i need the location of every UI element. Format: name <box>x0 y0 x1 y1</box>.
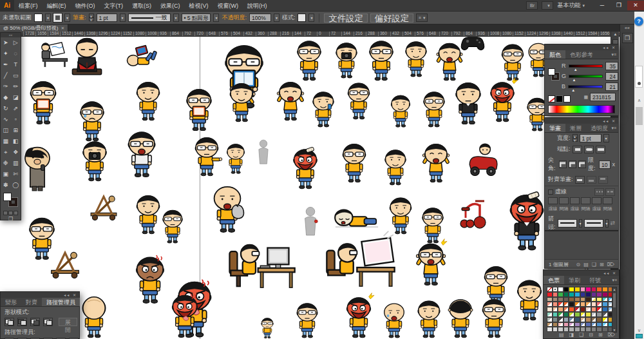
artwork-normal[interactable] <box>290 298 325 339</box>
black-swatch[interactable] <box>556 95 563 102</box>
document-tab[interactable]: @ 50% (RGB/疊印預視) ✕ <box>0 24 68 32</box>
blend-tool-icon[interactable]: ❖ <box>11 147 21 158</box>
swatch[interactable] <box>569 322 574 327</box>
swatches-panel-header[interactable]: ◂◂ ✕ <box>544 270 619 276</box>
swatch[interactable] <box>564 297 569 302</box>
pencil-tool-icon[interactable]: ✏ <box>11 81 21 92</box>
swatch[interactable] <box>585 292 591 297</box>
artwork-camera[interactable] <box>77 136 112 182</box>
tab-gradient[interactable]: 漸層 <box>565 124 586 132</box>
swatch[interactable] <box>569 312 574 317</box>
stroke-link[interactable]: 筆畫: <box>73 14 86 22</box>
swatch[interactable] <box>602 322 608 327</box>
swatch[interactable] <box>585 287 591 292</box>
style-swatch[interactable] <box>298 14 306 22</box>
gradient-tool-icon[interactable]: ◧ <box>11 136 21 147</box>
swatch[interactable] <box>553 312 558 317</box>
swatch[interactable] <box>591 312 597 317</box>
variable-width-profile[interactable]: 一致 <box>128 14 171 22</box>
fill-stroke-indicator[interactable] <box>1 191 21 210</box>
swatch[interactable] <box>569 297 574 302</box>
opacity-value[interactable]: 100% <box>249 14 271 22</box>
document-setup-button[interactable]: 文件設定 <box>324 14 367 23</box>
pen-tool-icon[interactable]: ✒ <box>1 59 11 70</box>
tab-color[interactable]: 顏色 <box>545 50 565 59</box>
swatch[interactable] <box>574 322 580 327</box>
artwork-wave[interactable] <box>224 78 259 123</box>
column-graph-tool-icon[interactable]: ▥ <box>11 158 21 169</box>
expand-panels-icon[interactable]: «« <box>620 24 634 30</box>
swatch[interactable] <box>602 292 608 297</box>
paintbrush-tool-icon[interactable]: ✑ <box>1 81 11 92</box>
pathfinder-panel-header[interactable]: ◂◂ ✕ <box>1 292 79 298</box>
swatch[interactable] <box>553 317 558 322</box>
swatch[interactable] <box>580 317 586 322</box>
artwork-angry-spark[interactable] <box>340 292 377 339</box>
artwork-normal[interactable] <box>337 139 371 184</box>
page-scroll-up-icon[interactable]: ᴧ <box>634 98 644 102</box>
artwork-read-book2[interactable] <box>24 75 62 126</box>
swatch[interactable] <box>596 312 602 317</box>
dash-field[interactable] <box>592 197 601 204</box>
swatch[interactable] <box>574 307 580 312</box>
swatch[interactable] <box>580 292 586 297</box>
artwork-normal[interactable] <box>158 206 187 244</box>
white-swatch[interactable] <box>564 95 571 102</box>
cap-round-button[interactable] <box>584 146 594 153</box>
new-swatch-icon[interactable]: ⊞ <box>598 332 603 338</box>
type-tool-icon[interactable]: T <box>11 59 21 70</box>
panel-menu-icon[interactable]: ▾≡ <box>611 126 616 131</box>
swatch[interactable] <box>547 302 553 307</box>
swatch-options-icon[interactable]: ❏ <box>579 332 583 338</box>
scroll-up-icon[interactable]: ▲ <box>612 287 616 291</box>
swatch[interactable] <box>558 292 564 297</box>
swatch[interactable] <box>596 317 602 322</box>
artwork-white-shirt[interactable] <box>121 126 162 179</box>
menu-文字[interactable]: 文字(T) <box>100 0 128 12</box>
brush-definition[interactable]: • 5 點圓形 <box>182 14 211 22</box>
menu-視窗[interactable]: 視窗(W) <box>213 0 243 12</box>
stroke-width-value[interactable]: 1 pt <box>97 14 117 22</box>
artboards-panel-icon[interactable]: ❒ <box>622 33 633 43</box>
profile-dropdown-icon[interactable]: ▾ <box>173 14 179 22</box>
artwork-bald-bag[interactable] <box>207 180 247 234</box>
canvas[interactable] <box>0 37 620 339</box>
swatch[interactable] <box>602 287 608 292</box>
swatch[interactable] <box>591 287 597 292</box>
tools-panel-grip[interactable]: «« <box>1 33 21 37</box>
menu-選取[interactable]: 選取(S) <box>128 0 156 12</box>
artwork-angry-bandage[interactable] <box>281 144 330 190</box>
artwork-noglasses[interactable] <box>380 145 411 186</box>
swatch[interactable] <box>564 322 569 327</box>
symbol-sprayer-tool-icon[interactable]: ❉ <box>1 158 11 169</box>
swatch[interactable] <box>585 317 591 322</box>
swatch[interactable] <box>596 297 602 302</box>
swatch[interactable] <box>569 287 574 292</box>
swatch[interactable] <box>564 312 569 317</box>
swatch[interactable] <box>580 322 586 327</box>
opacity-dropdown-icon[interactable]: ▾ <box>274 14 279 22</box>
dash-field[interactable] <box>548 197 558 204</box>
swatch[interactable] <box>553 322 558 327</box>
shape-mode-intersect-button[interactable] <box>30 318 40 326</box>
swatch[interactable] <box>547 297 553 302</box>
artwork-computer[interactable] <box>227 230 299 289</box>
swatch[interactable] <box>585 302 591 307</box>
slider-B[interactable]: ▲ <box>568 85 603 88</box>
rotate-tool-icon[interactable]: ↻ <box>1 103 11 114</box>
artwork-camera[interactable] <box>330 38 363 79</box>
swatch[interactable] <box>553 307 558 312</box>
artwork-angry-suit[interactable] <box>504 172 550 252</box>
swatch[interactable] <box>564 307 569 312</box>
swatch[interactable] <box>558 322 564 327</box>
close-button[interactable]: ✕ <box>627 1 644 10</box>
swatch[interactable] <box>602 302 608 307</box>
control-panel-menu-icon[interactable]: ≡ <box>416 14 428 22</box>
fill-dropdown-icon[interactable]: ▾ <box>45 14 51 22</box>
arrowhead-end-select[interactable] <box>584 219 603 228</box>
swatch[interactable] <box>553 302 558 307</box>
value-G[interactable]: 24 <box>605 72 618 81</box>
swatch[interactable] <box>574 297 580 302</box>
swatch-kinds-icon[interactable]: ◨ <box>569 332 574 338</box>
swatch[interactable] <box>564 302 569 307</box>
